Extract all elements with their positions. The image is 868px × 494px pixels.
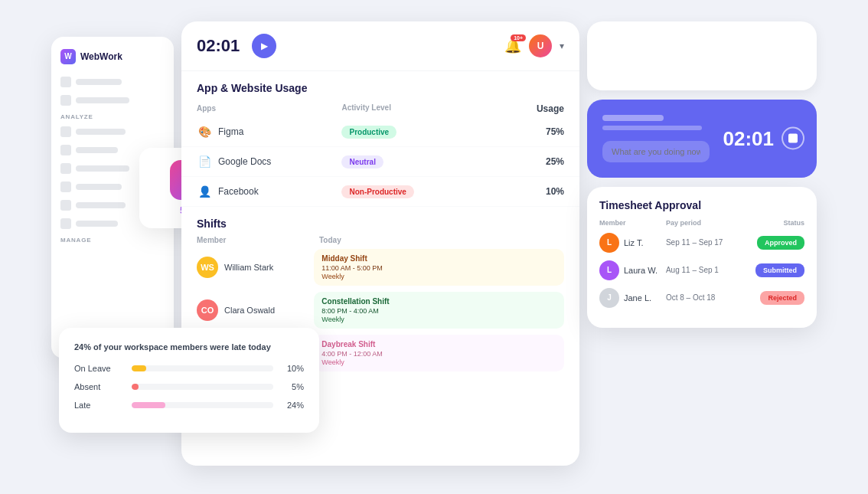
absent-bar [132,384,139,390]
facebook-activity-badge: Non-Productive [341,185,413,198]
settings-icon [60,182,71,192]
facebook-name: Facebook [218,186,259,197]
sidebar-label [76,184,122,190]
main-header: 02:01 ▶ 🔔 10+ U ▾ [181,21,579,71]
sidebar-item[interactable] [60,126,165,137]
melissa-shift-time: 4:00 PM - 12:00 AM [321,350,556,358]
absent-pct: 5% [281,382,304,391]
liz-status-badge: Approved [757,236,804,250]
laura-period: Aug 11 – Sep 1 [666,266,749,274]
timer-widget: 02:01 [587,100,817,178]
william-avatar: WS [197,257,218,278]
clara-shift-time: 8:00 PM - 4:00 AM [321,307,556,315]
header-left: 02:01 ▶ [197,34,276,58]
shifts-title: Shifts [197,207,564,236]
chevron-down-icon: ▾ [560,41,564,51]
stop-icon [788,134,798,143]
sidebar-item[interactable] [60,95,165,106]
app-row-figma: 🎨 Figma Productive 75% [181,117,579,147]
late-bar-bg [132,402,273,408]
late-row: Late 24% [74,401,304,410]
app-row-facebook: 👤 Facebook Non-Productive 10% [181,177,579,207]
sidebar-label [76,202,126,208]
notification-bell[interactable]: 🔔 10+ [504,38,521,54]
tw-timer: 02:01 [723,126,805,150]
liz-period: Sep 11 – Sep 17 [666,238,749,247]
sidebar-label [76,97,129,103]
melissa-shift-title: Daybreak Shift [321,340,556,348]
melissa-shift-freq: Weekly [321,358,556,366]
absent-row: Absent 5% [74,382,304,391]
timesheet-table-header: Member Pay period Status [599,219,804,227]
absent-bar-bg [132,384,273,390]
jane-status-badge: Rejected [760,291,804,305]
calendar2-icon [60,218,71,229]
calendar-icon [60,200,71,211]
app-row-googledocs: 📄 Google Docs Neutral 25% [181,147,579,177]
tw-input[interactable] [602,141,710,162]
figma-icon: 🎨 [197,124,212,139]
figma-name: Figma [218,126,243,137]
scene: W WebWork ANALYZE [51,21,817,473]
sidebar-label [76,129,126,135]
william-shift-title: Midday Shift [321,254,556,263]
play-button[interactable]: ▶ [252,34,276,58]
laura-avatar: L [599,260,619,280]
grid-icon [60,77,71,87]
googledocs-name: Google Docs [218,156,271,167]
late-label: Late [74,401,124,410]
jane-avatar: J [599,288,619,308]
user-avatar[interactable]: U [529,34,552,57]
sidebar-label [76,221,118,227]
late-pct-highlight: 24% of your workspace members were late … [74,342,271,352]
attendance-header: 24% of your workspace members were late … [74,342,304,353]
ts-col-member: Member [599,219,666,227]
sidebar-label [76,147,118,153]
sidebar-section-manage: MANAGE [60,237,165,244]
liz-avatar: L [599,233,619,253]
on-leave-row: On Leave 10% [74,364,304,373]
william-name: William Stark [224,263,273,272]
on-leave-pct: 10% [281,364,304,373]
sidebar-label [76,165,129,172]
sidebar-section-analyze: ANALYZE [60,113,165,120]
figma-usage: 75% [487,126,564,137]
shifts-col-member: Member [197,236,319,244]
laura-status-col: Submitted [749,263,804,277]
jane-name: Jane L. [624,293,651,303]
webwork-logo-icon: W [60,49,76,64]
tw-label2 [602,126,702,130]
notification-count: 10+ [511,34,526,41]
blank-white-card [587,21,817,90]
ts-col-status: Status [749,219,804,227]
tw-time-display: 02:01 [723,126,775,150]
googledocs-activity-badge: Neutral [341,155,383,168]
header-right: 🔔 10+ U ▾ [504,34,564,57]
liz-name: Liz T. [624,238,643,247]
googledocs-usage: 25% [487,156,564,167]
late-pct: 24% [281,401,304,410]
tw-stop-button[interactable] [782,127,804,150]
laura-name: Laura W. [624,266,658,275]
facebook-icon: 👤 [197,184,212,199]
on-leave-bar-bg [132,365,273,371]
late-bar [132,402,165,408]
col-header-activity: Activity Level [341,103,486,114]
laura-status-badge: Submitted [755,263,804,277]
googledocs-icon: 📄 [197,154,212,169]
clock2-icon [60,163,71,174]
sidebar-item[interactable] [60,77,165,87]
jane-period: Oct 8 – Oct 18 [666,293,749,302]
shifts-col-today: Today [319,236,564,244]
shifts-table-header: Member Today [197,236,564,244]
clara-shift-freq: Weekly [321,316,556,323]
timesheet-card: Timesheet Approval Member Pay period Sta… [587,187,817,328]
on-leave-bar [132,365,146,371]
timer-display: 02:01 [197,36,240,56]
melissa-shift-card: Daybreak Shift 4:00 PM - 12:00 AM Weekly [314,335,564,371]
right-panel: 02:01 Timesheet Approval Member Pay peri… [587,21,817,328]
sidebar-logo: W WebWork [60,49,165,64]
timesheet-title: Timesheet Approval [599,199,804,211]
layers-icon [60,145,71,155]
app-usage-title: App & Website Usage [181,71,579,100]
